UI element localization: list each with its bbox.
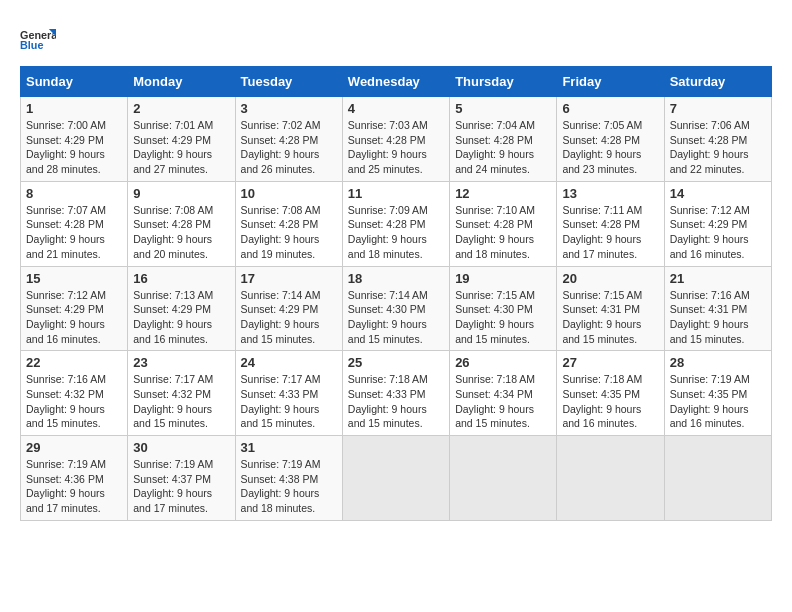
calendar-day-cell: 11 Sunrise: 7:09 AM Sunset: 4:28 PM Dayl… [342, 181, 449, 266]
weekday-header: Friday [557, 67, 664, 97]
calendar-header: SundayMondayTuesdayWednesdayThursdayFrid… [21, 67, 772, 97]
calendar-day-cell: 23 Sunrise: 7:17 AM Sunset: 4:32 PM Dayl… [128, 351, 235, 436]
calendar-day-cell: 10 Sunrise: 7:08 AM Sunset: 4:28 PM Dayl… [235, 181, 342, 266]
calendar-day-cell: 19 Sunrise: 7:15 AM Sunset: 4:30 PM Dayl… [450, 266, 557, 351]
day-number: 17 [241, 271, 337, 286]
day-info: Sunrise: 7:19 AM Sunset: 4:35 PM Dayligh… [670, 372, 766, 431]
day-info: Sunrise: 7:06 AM Sunset: 4:28 PM Dayligh… [670, 118, 766, 177]
day-info: Sunrise: 7:03 AM Sunset: 4:28 PM Dayligh… [348, 118, 444, 177]
calendar-day-cell: 8 Sunrise: 7:07 AM Sunset: 4:28 PM Dayli… [21, 181, 128, 266]
calendar-day-cell: 6 Sunrise: 7:05 AM Sunset: 4:28 PM Dayli… [557, 97, 664, 182]
weekday-header: Tuesday [235, 67, 342, 97]
day-info: Sunrise: 7:19 AM Sunset: 4:36 PM Dayligh… [26, 457, 122, 516]
calendar-day-cell: 5 Sunrise: 7:04 AM Sunset: 4:28 PM Dayli… [450, 97, 557, 182]
calendar-day-cell [450, 436, 557, 521]
day-number: 10 [241, 186, 337, 201]
day-number: 9 [133, 186, 229, 201]
day-info: Sunrise: 7:15 AM Sunset: 4:30 PM Dayligh… [455, 288, 551, 347]
weekday-header: Sunday [21, 67, 128, 97]
day-number: 30 [133, 440, 229, 455]
logo-icon: General Blue [20, 20, 56, 56]
calendar-day-cell: 20 Sunrise: 7:15 AM Sunset: 4:31 PM Dayl… [557, 266, 664, 351]
weekday-row: SundayMondayTuesdayWednesdayThursdayFrid… [21, 67, 772, 97]
day-info: Sunrise: 7:11 AM Sunset: 4:28 PM Dayligh… [562, 203, 658, 262]
calendar-week-row: 29 Sunrise: 7:19 AM Sunset: 4:36 PM Dayl… [21, 436, 772, 521]
calendar-day-cell: 26 Sunrise: 7:18 AM Sunset: 4:34 PM Dayl… [450, 351, 557, 436]
day-number: 2 [133, 101, 229, 116]
calendar-day-cell: 30 Sunrise: 7:19 AM Sunset: 4:37 PM Dayl… [128, 436, 235, 521]
calendar-table: SundayMondayTuesdayWednesdayThursdayFrid… [20, 66, 772, 521]
day-number: 22 [26, 355, 122, 370]
day-info: Sunrise: 7:07 AM Sunset: 4:28 PM Dayligh… [26, 203, 122, 262]
calendar-day-cell: 1 Sunrise: 7:00 AM Sunset: 4:29 PM Dayli… [21, 97, 128, 182]
day-number: 15 [26, 271, 122, 286]
day-info: Sunrise: 7:15 AM Sunset: 4:31 PM Dayligh… [562, 288, 658, 347]
day-number: 18 [348, 271, 444, 286]
day-number: 31 [241, 440, 337, 455]
calendar-day-cell: 15 Sunrise: 7:12 AM Sunset: 4:29 PM Dayl… [21, 266, 128, 351]
day-number: 26 [455, 355, 551, 370]
day-info: Sunrise: 7:04 AM Sunset: 4:28 PM Dayligh… [455, 118, 551, 177]
day-number: 1 [26, 101, 122, 116]
calendar-day-cell: 28 Sunrise: 7:19 AM Sunset: 4:35 PM Dayl… [664, 351, 771, 436]
day-info: Sunrise: 7:00 AM Sunset: 4:29 PM Dayligh… [26, 118, 122, 177]
day-info: Sunrise: 7:14 AM Sunset: 4:30 PM Dayligh… [348, 288, 444, 347]
day-info: Sunrise: 7:19 AM Sunset: 4:38 PM Dayligh… [241, 457, 337, 516]
day-info: Sunrise: 7:12 AM Sunset: 4:29 PM Dayligh… [670, 203, 766, 262]
day-number: 21 [670, 271, 766, 286]
calendar-day-cell: 7 Sunrise: 7:06 AM Sunset: 4:28 PM Dayli… [664, 97, 771, 182]
day-number: 5 [455, 101, 551, 116]
calendar-day-cell: 29 Sunrise: 7:19 AM Sunset: 4:36 PM Dayl… [21, 436, 128, 521]
day-info: Sunrise: 7:09 AM Sunset: 4:28 PM Dayligh… [348, 203, 444, 262]
day-info: Sunrise: 7:01 AM Sunset: 4:29 PM Dayligh… [133, 118, 229, 177]
logo: General Blue [20, 20, 56, 56]
day-info: Sunrise: 7:12 AM Sunset: 4:29 PM Dayligh… [26, 288, 122, 347]
calendar-day-cell [664, 436, 771, 521]
calendar-day-cell: 9 Sunrise: 7:08 AM Sunset: 4:28 PM Dayli… [128, 181, 235, 266]
day-info: Sunrise: 7:14 AM Sunset: 4:29 PM Dayligh… [241, 288, 337, 347]
calendar-day-cell: 27 Sunrise: 7:18 AM Sunset: 4:35 PM Dayl… [557, 351, 664, 436]
day-info: Sunrise: 7:18 AM Sunset: 4:34 PM Dayligh… [455, 372, 551, 431]
day-info: Sunrise: 7:17 AM Sunset: 4:33 PM Dayligh… [241, 372, 337, 431]
day-info: Sunrise: 7:08 AM Sunset: 4:28 PM Dayligh… [133, 203, 229, 262]
weekday-header: Saturday [664, 67, 771, 97]
calendar-day-cell: 25 Sunrise: 7:18 AM Sunset: 4:33 PM Dayl… [342, 351, 449, 436]
day-info: Sunrise: 7:18 AM Sunset: 4:35 PM Dayligh… [562, 372, 658, 431]
day-number: 25 [348, 355, 444, 370]
day-info: Sunrise: 7:10 AM Sunset: 4:28 PM Dayligh… [455, 203, 551, 262]
day-number: 3 [241, 101, 337, 116]
day-number: 6 [562, 101, 658, 116]
day-info: Sunrise: 7:19 AM Sunset: 4:37 PM Dayligh… [133, 457, 229, 516]
weekday-header: Thursday [450, 67, 557, 97]
day-number: 20 [562, 271, 658, 286]
day-info: Sunrise: 7:16 AM Sunset: 4:31 PM Dayligh… [670, 288, 766, 347]
calendar-day-cell: 12 Sunrise: 7:10 AM Sunset: 4:28 PM Dayl… [450, 181, 557, 266]
calendar-day-cell: 2 Sunrise: 7:01 AM Sunset: 4:29 PM Dayli… [128, 97, 235, 182]
day-number: 11 [348, 186, 444, 201]
calendar-day-cell [557, 436, 664, 521]
calendar-day-cell: 17 Sunrise: 7:14 AM Sunset: 4:29 PM Dayl… [235, 266, 342, 351]
weekday-header: Wednesday [342, 67, 449, 97]
calendar-day-cell: 22 Sunrise: 7:16 AM Sunset: 4:32 PM Dayl… [21, 351, 128, 436]
day-number: 19 [455, 271, 551, 286]
day-number: 13 [562, 186, 658, 201]
day-number: 28 [670, 355, 766, 370]
calendar-day-cell: 24 Sunrise: 7:17 AM Sunset: 4:33 PM Dayl… [235, 351, 342, 436]
calendar-day-cell: 31 Sunrise: 7:19 AM Sunset: 4:38 PM Dayl… [235, 436, 342, 521]
calendar-day-cell: 16 Sunrise: 7:13 AM Sunset: 4:29 PM Dayl… [128, 266, 235, 351]
calendar-day-cell: 21 Sunrise: 7:16 AM Sunset: 4:31 PM Dayl… [664, 266, 771, 351]
svg-text:Blue: Blue [20, 39, 43, 51]
day-number: 16 [133, 271, 229, 286]
day-number: 4 [348, 101, 444, 116]
day-number: 8 [26, 186, 122, 201]
calendar-day-cell: 3 Sunrise: 7:02 AM Sunset: 4:28 PM Dayli… [235, 97, 342, 182]
calendar-week-row: 1 Sunrise: 7:00 AM Sunset: 4:29 PM Dayli… [21, 97, 772, 182]
day-info: Sunrise: 7:17 AM Sunset: 4:32 PM Dayligh… [133, 372, 229, 431]
day-number: 29 [26, 440, 122, 455]
weekday-header: Monday [128, 67, 235, 97]
day-number: 12 [455, 186, 551, 201]
calendar-week-row: 8 Sunrise: 7:07 AM Sunset: 4:28 PM Dayli… [21, 181, 772, 266]
calendar-day-cell: 4 Sunrise: 7:03 AM Sunset: 4:28 PM Dayli… [342, 97, 449, 182]
calendar-day-cell: 14 Sunrise: 7:12 AM Sunset: 4:29 PM Dayl… [664, 181, 771, 266]
day-number: 7 [670, 101, 766, 116]
